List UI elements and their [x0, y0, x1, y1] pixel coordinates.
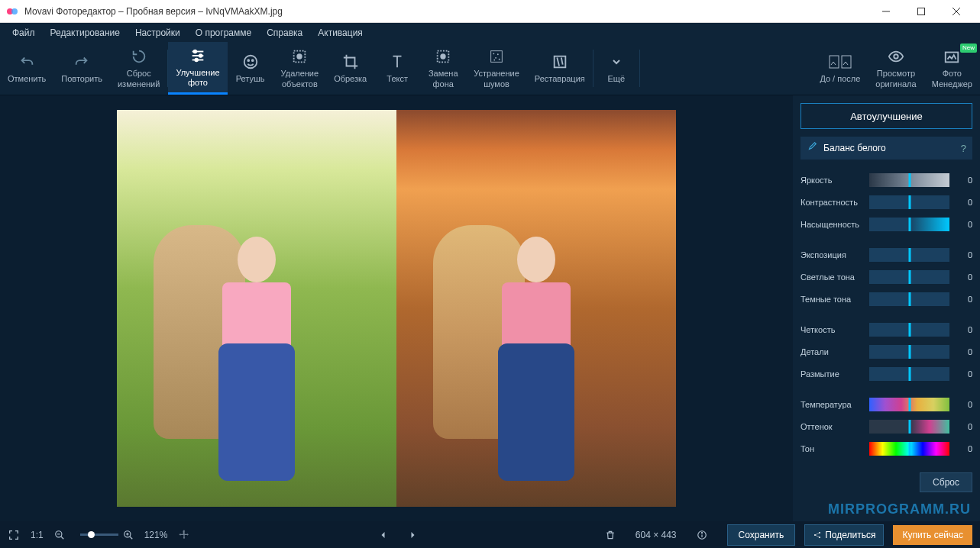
svg-rect-29 — [946, 53, 959, 63]
svg-point-22 — [495, 57, 496, 59]
menu-about[interactable]: О программе — [188, 24, 259, 41]
zoom-out-button[interactable] — [54, 530, 65, 540]
compare-icon — [829, 53, 852, 71]
svg-point-28 — [894, 55, 898, 60]
svg-rect-19 — [491, 51, 503, 63]
save-button[interactable]: Сохранить — [727, 524, 796, 546]
more-button[interactable]: Ещё — [593, 42, 639, 95]
reset-icon — [131, 47, 147, 66]
svg-point-1 — [11, 8, 18, 15]
zoom-value: 121% — [144, 530, 168, 540]
svg-rect-26 — [830, 56, 839, 68]
folder-icon — [943, 47, 960, 66]
delete-button[interactable] — [605, 530, 616, 540]
tint-slider[interactable]: Оттенок0 — [800, 417, 972, 437]
hue-slider[interactable]: Тон0 — [800, 439, 972, 459]
remove-icon — [291, 47, 308, 66]
dimensions-label: 604 × 443 — [636, 530, 677, 540]
zoom-in-button[interactable] — [123, 530, 134, 540]
next-button[interactable] — [408, 530, 417, 540]
menu-help[interactable]: Справка — [259, 24, 310, 41]
svg-point-9 — [194, 50, 197, 53]
remove-objects-button[interactable]: Удаление объектов — [273, 42, 327, 95]
exposure-slider[interactable]: Экспозиция0 — [800, 245, 972, 265]
svg-point-14 — [251, 60, 253, 61]
view-original-button[interactable]: Просмотр оригинала — [868, 42, 923, 95]
temperature-slider[interactable]: Температура0 — [800, 395, 972, 414]
saturation-slider[interactable]: Насыщенность0 — [800, 214, 972, 234]
auto-enhance-button[interactable]: Автоулучшение — [800, 103, 972, 129]
retouch-button[interactable]: Ретушь — [228, 42, 273, 95]
details-slider[interactable]: Детали0 — [800, 342, 972, 362]
before-image — [117, 110, 396, 507]
enhance-button[interactable]: Улучшение фото — [168, 42, 227, 95]
scale-1to1-button[interactable]: 1:1 — [31, 530, 44, 540]
noise-button[interactable]: Устранение шумов — [466, 42, 527, 95]
buy-button[interactable]: Купить сейчас — [893, 525, 972, 545]
redo-icon — [73, 53, 90, 71]
window-title: Movavi Фоторедактор – Пробная версия – I… — [24, 6, 868, 17]
svg-rect-25 — [554, 56, 565, 68]
text-icon — [389, 53, 406, 71]
canvas-area[interactable] — [0, 95, 793, 521]
share-button[interactable]: Поделиться — [804, 524, 884, 546]
photo-manager-button[interactable]: New Фото Менеджер — [924, 42, 980, 95]
crop-button[interactable]: Обрезка — [326, 42, 374, 95]
background-icon — [435, 47, 451, 66]
menu-file[interactable]: Файл — [5, 24, 43, 41]
before-after-preview — [117, 110, 676, 507]
svg-rect-3 — [918, 8, 925, 15]
highlights-slider[interactable]: Светлые тона0 — [800, 267, 972, 287]
chevron-down-icon — [610, 53, 623, 71]
app-logo-icon — [6, 5, 18, 18]
after-image — [396, 110, 676, 507]
svg-point-23 — [499, 59, 500, 60]
redo-button[interactable]: Повторить — [53, 42, 110, 95]
prev-button[interactable] — [379, 530, 388, 540]
white-balance-picker[interactable]: Баланс белого ? — [800, 137, 972, 160]
pan-button[interactable] — [178, 529, 190, 541]
menu-activation[interactable]: Активация — [310, 24, 370, 41]
text-button[interactable]: Текст — [374, 42, 420, 95]
adjust-panel: Автоулучшение Баланс белого ? Яркость0 К… — [793, 95, 980, 521]
svg-point-16 — [298, 55, 302, 60]
menubar: Файл Редактирование Настройки О программ… — [0, 23, 980, 42]
zoom-slider[interactable] — [80, 533, 118, 536]
svg-point-13 — [247, 60, 249, 61]
minimize-button[interactable] — [868, 0, 904, 23]
blur-slider[interactable]: Размытие0 — [800, 364, 972, 384]
reset-sliders-button[interactable]: Сброс — [920, 472, 972, 492]
svg-line-31 — [60, 536, 63, 539]
info-button[interactable] — [697, 530, 707, 540]
new-badge: New — [960, 44, 977, 53]
help-icon[interactable]: ? — [961, 143, 966, 154]
maximize-button[interactable] — [904, 0, 939, 23]
background-button[interactable]: Замена фона — [420, 42, 466, 95]
menu-edit[interactable]: Редактирование — [43, 24, 128, 41]
contrast-slider[interactable]: Контрастность0 — [800, 192, 972, 212]
svg-rect-27 — [842, 56, 851, 68]
fullscreen-button[interactable] — [8, 529, 20, 541]
before-after-button[interactable]: До / после — [812, 42, 868, 95]
statusbar: 1:1 121% 604 × 443 Сохранить Поделиться … — [0, 521, 980, 548]
sharpness-slider[interactable]: Четкость0 — [800, 320, 972, 340]
svg-point-10 — [199, 54, 202, 57]
svg-point-42 — [819, 537, 820, 538]
retouch-icon — [242, 53, 259, 71]
brightness-slider[interactable]: Яркость0 — [800, 170, 972, 190]
enhance-icon — [189, 47, 206, 65]
svg-point-21 — [497, 54, 499, 56]
svg-point-18 — [441, 54, 446, 60]
eye-icon — [888, 47, 904, 66]
svg-point-24 — [493, 60, 495, 61]
svg-line-44 — [816, 535, 819, 537]
main-area: Автоулучшение Баланс белого ? Яркость0 К… — [0, 95, 980, 521]
reset-changes-button[interactable]: Сброс изменений — [110, 42, 167, 95]
restore-button[interactable]: Реставрация — [527, 42, 593, 95]
toolbar: Отменить Повторить Сброс изменений Улучш… — [0, 42, 980, 95]
close-button[interactable] — [939, 0, 974, 23]
share-icon — [813, 530, 822, 540]
menu-settings[interactable]: Настройки — [128, 24, 188, 41]
shadows-slider[interactable]: Темные тона0 — [800, 289, 972, 309]
undo-button[interactable]: Отменить — [0, 42, 53, 95]
